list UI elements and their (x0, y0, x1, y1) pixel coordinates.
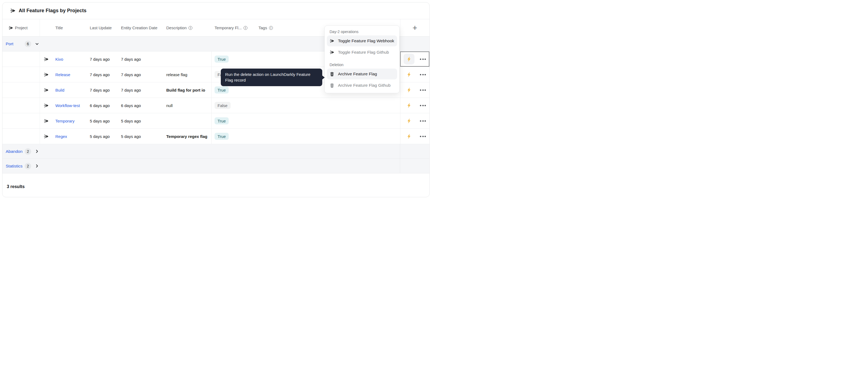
entity-link[interactable]: Regex (55, 134, 67, 139)
table-row: Workflow-test 6 days ago 6 days ago null… (2, 98, 429, 113)
info-icon[interactable] (188, 26, 192, 30)
run-action-bolt-button[interactable] (404, 69, 414, 80)
row-menu-button[interactable] (420, 119, 426, 123)
column-header-project-label: Project (15, 26, 28, 30)
run-action-bolt-button[interactable] (404, 54, 414, 65)
creation-date-cell: 7 days ago (120, 51, 166, 67)
column-header-description-label: Description (166, 26, 187, 30)
entity-link[interactable]: Workflow-test (55, 103, 80, 108)
tooltip-text: Run the delete action on LaunchDarkly Fe… (225, 72, 310, 82)
open-entity-arrow-icon[interactable] (44, 57, 49, 62)
creation-date-cell: 6 days ago (120, 98, 166, 113)
last-update-cell: 7 days ago (89, 82, 120, 98)
title-cell: Release (55, 67, 89, 82)
run-action-bolt-button[interactable] (404, 115, 414, 126)
description-cell: null (166, 98, 212, 113)
arrow-cell (40, 51, 55, 67)
tooltip-caret (322, 75, 325, 80)
trash-icon (330, 72, 335, 76)
row-menu-button[interactable] (420, 88, 426, 92)
temporary-flag-cell: True (212, 113, 258, 129)
temporary-flag-cell: True (212, 129, 258, 144)
title-cell: Regex (55, 129, 89, 144)
row-menu-button[interactable] (420, 104, 426, 107)
arrow-cell (40, 82, 55, 98)
title-cell: Kivo (55, 51, 89, 67)
row-menu-button[interactable] (420, 58, 426, 61)
group-link-statistics[interactable]: Statistics (6, 164, 25, 169)
port-arrow-icon (330, 50, 335, 55)
menu-item-toggle-feature-flag-webhook[interactable]: Toggle Feature Flag Webhook (327, 35, 397, 46)
open-entity-arrow-icon[interactable] (44, 103, 49, 108)
add-column-button[interactable]: + (410, 23, 420, 33)
column-header-entity-creation-label: Entity Creation Date (121, 26, 157, 30)
arrow-cell (40, 67, 55, 82)
group-row-statistics[interactable]: Statistics 2 (2, 159, 429, 173)
entity-link[interactable]: Release (55, 72, 70, 77)
creation-date-cell: 5 days ago (120, 129, 166, 144)
table-row: Regex 5 days ago 5 days ago Temporary re… (2, 129, 429, 144)
actions-cell (400, 98, 429, 113)
actions-cell-focused (400, 51, 429, 67)
actions-dropdown-menu: Day-2 operations Toggle Feature Flag Web… (324, 26, 400, 93)
group-row-statistics-main: Statistics 2 (2, 159, 400, 173)
menu-section-label: Day-2 operations (327, 28, 397, 35)
temporary-flag-cell: False (212, 98, 258, 113)
column-header-project: Project (2, 19, 40, 36)
description-cell: Build flag for port io (166, 82, 212, 98)
column-header-actions: + (400, 19, 429, 36)
menu-item-archive-feature-flag[interactable]: Archive Feature Flag (327, 69, 397, 79)
info-icon[interactable] (269, 26, 273, 30)
menu-item-label: Toggle Feature Flag Github (338, 50, 389, 55)
project-cell (2, 51, 40, 67)
info-icon[interactable] (244, 26, 247, 30)
title-cell: Workflow-test (55, 98, 89, 113)
menu-item-archive-feature-flag-github[interactable]: Archive Feature Flag Github (327, 80, 397, 91)
open-entity-arrow-icon[interactable] (44, 88, 49, 93)
menu-item-label: Archive Feature Flag Github (338, 83, 391, 88)
group-link-port[interactable]: Port (6, 41, 25, 46)
menu-item-label: Toggle Feature Flag Webhook (338, 38, 394, 43)
flag-badge: True (215, 117, 229, 125)
open-entity-arrow-icon[interactable] (44, 118, 49, 124)
actions-cell (400, 113, 429, 129)
chevron-right-icon[interactable] (35, 149, 39, 154)
chevron-down-icon[interactable] (35, 42, 39, 46)
entity-link[interactable]: Kivo (55, 57, 63, 62)
title-cell: Temporary (55, 113, 89, 129)
description-cell (166, 113, 212, 129)
creation-date-cell: 5 days ago (120, 113, 166, 129)
group-row-abandon-main: Abandon 2 (2, 144, 400, 159)
actions-cell (400, 67, 429, 82)
open-entity-arrow-icon[interactable] (44, 72, 49, 77)
creation-date-cell: 7 days ago (120, 82, 166, 98)
entity-link[interactable]: Build (55, 88, 64, 93)
creation-date-cell: 7 days ago (120, 67, 166, 82)
column-header-arrow-spacer (40, 19, 55, 36)
table-footer: 3 results (2, 173, 429, 189)
chevron-right-icon[interactable] (35, 164, 39, 168)
column-header-temporary-flag-label: Temporary Fl... (215, 26, 242, 30)
port-arrow-icon (10, 8, 16, 13)
open-entity-arrow-icon[interactable] (44, 134, 49, 139)
results-count: 3 results (7, 184, 25, 189)
group-row-actions-cell (400, 159, 429, 173)
row-menu-button[interactable] (420, 73, 426, 76)
flag-badge: True (215, 133, 229, 140)
column-header-last-update-label: Last Update (90, 26, 112, 30)
run-action-bolt-button[interactable] (404, 100, 414, 111)
flag-badge: True (215, 86, 229, 94)
port-arrow-icon (8, 26, 13, 30)
row-menu-button[interactable] (420, 135, 426, 138)
description-cell: release flag (166, 67, 212, 82)
group-link-abandon[interactable]: Abandon (6, 149, 25, 154)
run-action-bolt-button[interactable] (404, 131, 414, 142)
group-row-abandon[interactable]: Abandon 2 (2, 144, 429, 159)
column-header-title-label: Title (55, 26, 63, 30)
trash-icon (330, 83, 335, 88)
project-cell (2, 113, 40, 129)
run-action-bolt-button[interactable] (404, 84, 414, 95)
menu-item-toggle-feature-flag-github[interactable]: Toggle Feature Flag Github (327, 47, 397, 58)
entity-link[interactable]: Temporary (55, 119, 74, 123)
arrow-cell (40, 113, 55, 129)
